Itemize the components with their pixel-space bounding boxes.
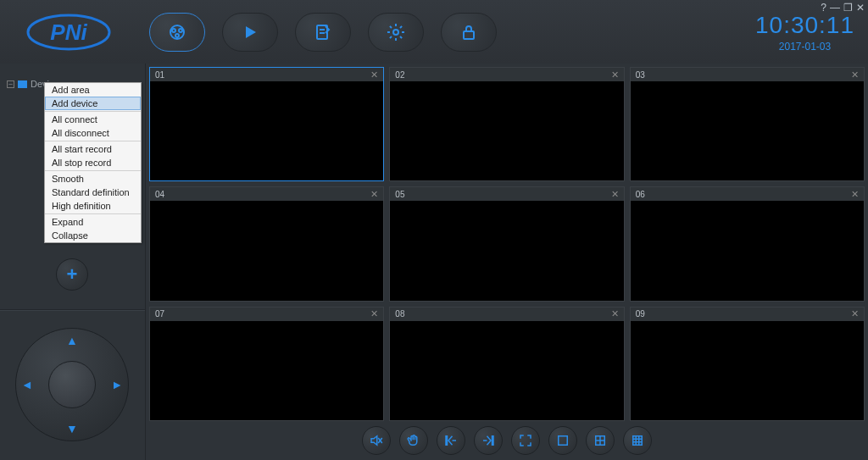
top-bar: PNi 10:30:11 2017-01-03 bbox=[0, 0, 868, 64]
layout-9-button[interactable] bbox=[623, 426, 652, 455]
menu-item-expand[interactable]: Expand bbox=[45, 215, 141, 229]
fullscreen-button[interactable] bbox=[511, 426, 540, 455]
collapse-icon[interactable]: – bbox=[7, 80, 14, 88]
layout-4-button[interactable] bbox=[586, 426, 615, 455]
svg-point-3 bbox=[172, 29, 175, 32]
tile-label: 08 bbox=[395, 309, 404, 319]
menu-separator bbox=[45, 141, 141, 141]
menu-item-high-definition[interactable]: High definition bbox=[45, 199, 141, 213]
menu-separator bbox=[45, 170, 141, 171]
pan-hand-button[interactable] bbox=[399, 426, 428, 455]
bottom-toolbar bbox=[149, 421, 865, 460]
menu-item-all-stop-record[interactable]: All stop record bbox=[45, 156, 141, 169]
tile-close-button[interactable]: ✕ bbox=[851, 69, 859, 80]
svg-point-5 bbox=[175, 34, 179, 37]
svg-rect-16 bbox=[559, 436, 568, 446]
sidebar: – Devices Add areaAdd deviceAll connectA… bbox=[0, 64, 146, 460]
next-page-button[interactable] bbox=[474, 426, 503, 455]
live-view-button[interactable] bbox=[149, 13, 205, 52]
log-button[interactable] bbox=[295, 13, 351, 52]
tile-header: 08✕ bbox=[390, 308, 623, 321]
ptz-ring: ▲ ▼ ◄ ► bbox=[15, 328, 129, 441]
tile-close-button[interactable]: ✕ bbox=[370, 69, 378, 80]
tile-label: 01 bbox=[155, 70, 164, 80]
tile-close-button[interactable]: ✕ bbox=[611, 189, 619, 200]
settings-button[interactable] bbox=[368, 13, 424, 52]
video-tile-06[interactable]: 06✕ bbox=[630, 186, 865, 301]
video-tile-04[interactable]: 04✕ bbox=[149, 186, 384, 301]
tile-close-button[interactable]: ✕ bbox=[611, 69, 619, 80]
lock-button[interactable] bbox=[441, 13, 497, 52]
sidebar-divider bbox=[0, 309, 145, 311]
ptz-center[interactable] bbox=[48, 361, 96, 408]
window-controls: ? — ❐ ✕ bbox=[821, 2, 865, 14]
clock: 10:30:11 2017-01-03 bbox=[755, 12, 854, 53]
tile-close-button[interactable]: ✕ bbox=[611, 308, 619, 319]
tile-label: 07 bbox=[155, 309, 164, 319]
help-button[interactable]: ? bbox=[821, 2, 826, 14]
svg-point-10 bbox=[393, 30, 398, 35]
ptz-left[interactable]: ◄ bbox=[21, 378, 33, 391]
device-icon bbox=[18, 80, 27, 88]
tile-label: 09 bbox=[636, 309, 645, 319]
clock-time: 10:30:11 bbox=[755, 12, 854, 39]
tile-label: 04 bbox=[155, 190, 164, 199]
tile-header: 02✕ bbox=[390, 68, 623, 81]
tile-header: 05✕ bbox=[390, 187, 623, 201]
layout-1-button[interactable] bbox=[548, 426, 577, 455]
tile-header: 01✕ bbox=[150, 68, 383, 81]
svg-rect-20 bbox=[633, 436, 643, 446]
menu-item-standard-definition[interactable]: Standard definition bbox=[45, 186, 141, 199]
svg-text:PNi: PNi bbox=[50, 19, 87, 45]
video-tile-09[interactable]: 09✕ bbox=[630, 307, 865, 421]
tile-close-button[interactable]: ✕ bbox=[370, 189, 378, 200]
clock-date: 2017-01-03 bbox=[755, 41, 854, 53]
svg-rect-14 bbox=[446, 436, 448, 446]
menu-item-smooth[interactable]: Smooth bbox=[45, 172, 141, 186]
playback-button[interactable] bbox=[222, 13, 278, 52]
menu-item-all-disconnect[interactable]: All disconnect bbox=[45, 126, 141, 140]
video-tile-03[interactable]: 03✕ bbox=[630, 67, 865, 181]
ptz-up[interactable]: ▲ bbox=[66, 334, 78, 347]
svg-point-4 bbox=[179, 29, 182, 32]
tile-close-button[interactable]: ✕ bbox=[370, 308, 378, 319]
top-buttons bbox=[149, 13, 497, 52]
menu-item-all-start-record[interactable]: All start record bbox=[45, 142, 141, 156]
mute-button[interactable] bbox=[362, 426, 391, 455]
menu-separator bbox=[45, 213, 141, 214]
tile-header: 09✕ bbox=[631, 308, 864, 321]
video-tile-05[interactable]: 05✕ bbox=[389, 186, 624, 301]
video-tile-02[interactable]: 02✕ bbox=[389, 67, 624, 181]
prev-page-button[interactable] bbox=[437, 426, 465, 455]
add-button[interactable]: + bbox=[56, 258, 88, 291]
tile-header: 03✕ bbox=[631, 68, 864, 81]
ptz-right[interactable]: ► bbox=[111, 378, 123, 391]
ptz-control: ▲ ▼ ◄ ► bbox=[15, 328, 129, 441]
close-window-button[interactable]: ✕ bbox=[856, 2, 865, 14]
svg-rect-15 bbox=[492, 436, 494, 446]
restore-button[interactable]: ❐ bbox=[843, 2, 853, 14]
context-menu: Add areaAdd deviceAll connectAll disconn… bbox=[44, 82, 142, 243]
video-grid: 01✕02✕03✕04✕05✕06✕07✕08✕09✕ bbox=[149, 67, 865, 421]
menu-item-collapse[interactable]: Collapse bbox=[45, 229, 141, 242]
menu-separator bbox=[45, 111, 141, 112]
menu-item-all-connect[interactable]: All connect bbox=[45, 113, 141, 126]
menu-item-add-device[interactable]: Add device bbox=[45, 97, 141, 110]
tile-close-button[interactable]: ✕ bbox=[851, 308, 859, 319]
content: 01✕02✕03✕04✕05✕06✕07✕08✕09✕ bbox=[146, 64, 868, 460]
svg-rect-11 bbox=[464, 31, 474, 39]
tile-header: 04✕ bbox=[150, 187, 383, 201]
minimize-button[interactable]: — bbox=[830, 2, 840, 14]
video-tile-07[interactable]: 07✕ bbox=[149, 307, 384, 421]
logo: PNi bbox=[14, 11, 124, 53]
ptz-down[interactable]: ▼ bbox=[66, 422, 78, 435]
tile-label: 02 bbox=[395, 70, 404, 80]
tile-label: 05 bbox=[395, 190, 404, 199]
svg-marker-6 bbox=[246, 26, 256, 38]
tile-close-button[interactable]: ✕ bbox=[851, 189, 859, 200]
tile-header: 06✕ bbox=[631, 187, 864, 201]
menu-item-add-area[interactable]: Add area bbox=[45, 83, 141, 97]
tile-header: 07✕ bbox=[150, 308, 383, 321]
video-tile-08[interactable]: 08✕ bbox=[389, 307, 624, 421]
video-tile-01[interactable]: 01✕ bbox=[149, 67, 384, 181]
